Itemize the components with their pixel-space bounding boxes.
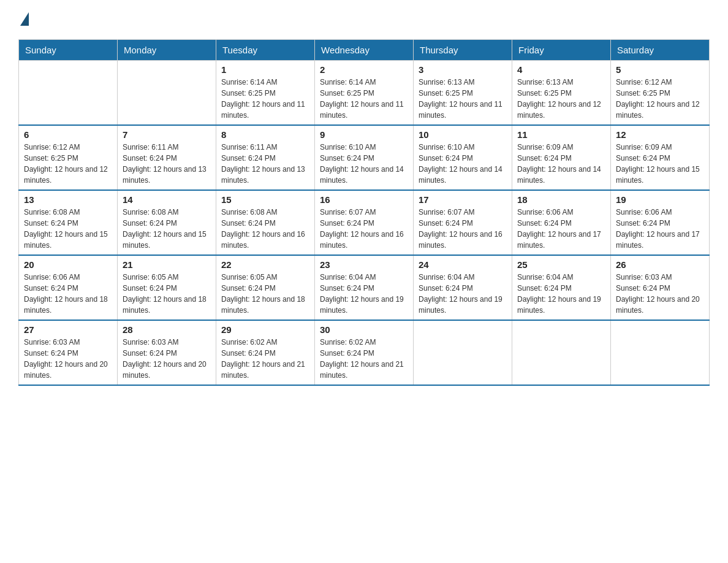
calendar-cell xyxy=(118,61,216,126)
day-info: Sunrise: 6:08 AMSunset: 6:24 PMDaylight:… xyxy=(24,207,112,251)
day-number: 14 xyxy=(123,194,211,205)
day-info: Sunrise: 6:10 AMSunset: 6:24 PMDaylight:… xyxy=(320,142,408,186)
page-header xyxy=(18,12,710,27)
calendar-cell: 11Sunrise: 6:09 AMSunset: 6:24 PMDayligh… xyxy=(512,125,611,190)
day-number: 20 xyxy=(24,259,112,270)
day-info: Sunrise: 6:14 AMSunset: 6:25 PMDaylight:… xyxy=(221,77,309,121)
calendar-cell: 17Sunrise: 6:07 AMSunset: 6:24 PMDayligh… xyxy=(414,190,512,255)
day-info: Sunrise: 6:07 AMSunset: 6:24 PMDaylight:… xyxy=(320,207,408,251)
calendar-cell: 19Sunrise: 6:06 AMSunset: 6:24 PMDayligh… xyxy=(611,190,710,255)
calendar-cell: 15Sunrise: 6:08 AMSunset: 6:24 PMDayligh… xyxy=(216,190,315,255)
calendar-week-row-2: 6Sunrise: 6:12 AMSunset: 6:25 PMDaylight… xyxy=(19,125,710,190)
day-number: 3 xyxy=(419,64,507,75)
day-info: Sunrise: 6:11 AMSunset: 6:24 PMDaylight:… xyxy=(123,142,211,186)
calendar-week-row-3: 13Sunrise: 6:08 AMSunset: 6:24 PMDayligh… xyxy=(19,190,710,255)
weekday-header-row: SundayMondayTuesdayWednesdayThursdayFrid… xyxy=(19,40,710,61)
calendar-cell: 22Sunrise: 6:05 AMSunset: 6:24 PMDayligh… xyxy=(216,255,315,320)
day-info: Sunrise: 6:08 AMSunset: 6:24 PMDaylight:… xyxy=(123,207,211,251)
calendar-cell: 16Sunrise: 6:07 AMSunset: 6:24 PMDayligh… xyxy=(315,190,414,255)
calendar-cell: 2Sunrise: 6:14 AMSunset: 6:25 PMDaylight… xyxy=(315,61,414,126)
day-number: 12 xyxy=(616,129,704,140)
weekday-header-saturday: Saturday xyxy=(611,40,710,61)
day-info: Sunrise: 6:13 AMSunset: 6:25 PMDaylight:… xyxy=(517,77,605,121)
day-number: 18 xyxy=(517,194,605,205)
calendar-week-row-4: 20Sunrise: 6:06 AMSunset: 6:24 PMDayligh… xyxy=(19,255,710,320)
calendar-cell: 6Sunrise: 6:12 AMSunset: 6:25 PMDaylight… xyxy=(19,125,118,190)
calendar-cell: 8Sunrise: 6:11 AMSunset: 6:24 PMDaylight… xyxy=(216,125,315,190)
day-number: 9 xyxy=(320,129,408,140)
calendar-cell: 25Sunrise: 6:04 AMSunset: 6:24 PMDayligh… xyxy=(512,255,611,320)
weekday-header-tuesday: Tuesday xyxy=(216,40,315,61)
day-info: Sunrise: 6:03 AMSunset: 6:24 PMDaylight:… xyxy=(616,272,704,316)
calendar-cell: 24Sunrise: 6:04 AMSunset: 6:24 PMDayligh… xyxy=(414,255,512,320)
day-info: Sunrise: 6:03 AMSunset: 6:24 PMDaylight:… xyxy=(123,337,211,381)
calendar-cell: 14Sunrise: 6:08 AMSunset: 6:24 PMDayligh… xyxy=(118,190,216,255)
calendar-cell: 23Sunrise: 6:04 AMSunset: 6:24 PMDayligh… xyxy=(315,255,414,320)
calendar-week-row-1: 1Sunrise: 6:14 AMSunset: 6:25 PMDaylight… xyxy=(19,61,710,126)
day-number: 27 xyxy=(24,324,112,335)
calendar-cell: 7Sunrise: 6:11 AMSunset: 6:24 PMDaylight… xyxy=(118,125,216,190)
day-info: Sunrise: 6:12 AMSunset: 6:25 PMDaylight:… xyxy=(24,142,112,186)
weekday-header-friday: Friday xyxy=(512,40,611,61)
day-number: 7 xyxy=(123,129,211,140)
calendar-cell: 3Sunrise: 6:13 AMSunset: 6:25 PMDaylight… xyxy=(414,61,512,126)
day-number: 4 xyxy=(517,64,605,75)
day-number: 2 xyxy=(320,64,408,75)
day-number: 23 xyxy=(320,259,408,270)
calendar-cell xyxy=(414,320,512,385)
day-number: 24 xyxy=(419,259,507,270)
day-number: 17 xyxy=(419,194,507,205)
day-number: 28 xyxy=(123,324,211,335)
day-number: 21 xyxy=(123,259,211,270)
day-info: Sunrise: 6:05 AMSunset: 6:24 PMDaylight:… xyxy=(221,272,309,316)
day-info: Sunrise: 6:06 AMSunset: 6:24 PMDaylight:… xyxy=(517,207,605,251)
day-number: 1 xyxy=(221,64,309,75)
day-info: Sunrise: 6:10 AMSunset: 6:24 PMDaylight:… xyxy=(419,142,507,186)
day-info: Sunrise: 6:13 AMSunset: 6:25 PMDaylight:… xyxy=(419,77,507,121)
day-info: Sunrise: 6:06 AMSunset: 6:24 PMDaylight:… xyxy=(24,272,112,316)
calendar-cell: 18Sunrise: 6:06 AMSunset: 6:24 PMDayligh… xyxy=(512,190,611,255)
day-info: Sunrise: 6:07 AMSunset: 6:24 PMDaylight:… xyxy=(419,207,507,251)
day-number: 8 xyxy=(221,129,309,140)
calendar-cell: 30Sunrise: 6:02 AMSunset: 6:24 PMDayligh… xyxy=(315,320,414,385)
day-info: Sunrise: 6:12 AMSunset: 6:25 PMDaylight:… xyxy=(616,77,704,121)
day-number: 30 xyxy=(320,324,408,335)
calendar-cell: 9Sunrise: 6:10 AMSunset: 6:24 PMDaylight… xyxy=(315,125,414,190)
calendar-cell: 13Sunrise: 6:08 AMSunset: 6:24 PMDayligh… xyxy=(19,190,118,255)
calendar-cell xyxy=(19,61,118,126)
day-info: Sunrise: 6:04 AMSunset: 6:24 PMDaylight:… xyxy=(320,272,408,316)
weekday-header-sunday: Sunday xyxy=(19,40,118,61)
day-number: 10 xyxy=(419,129,507,140)
calendar-cell: 21Sunrise: 6:05 AMSunset: 6:24 PMDayligh… xyxy=(118,255,216,320)
day-number: 29 xyxy=(221,324,309,335)
day-info: Sunrise: 6:05 AMSunset: 6:24 PMDaylight:… xyxy=(123,272,211,316)
logo-triangle-icon xyxy=(20,12,29,26)
weekday-header-thursday: Thursday xyxy=(414,40,512,61)
calendar-cell: 27Sunrise: 6:03 AMSunset: 6:24 PMDayligh… xyxy=(19,320,118,385)
weekday-header-wednesday: Wednesday xyxy=(315,40,414,61)
calendar-cell: 12Sunrise: 6:09 AMSunset: 6:24 PMDayligh… xyxy=(611,125,710,190)
day-number: 11 xyxy=(517,129,605,140)
calendar-table: SundayMondayTuesdayWednesdayThursdayFrid… xyxy=(18,39,710,386)
day-info: Sunrise: 6:04 AMSunset: 6:24 PMDaylight:… xyxy=(517,272,605,316)
day-info: Sunrise: 6:14 AMSunset: 6:25 PMDaylight:… xyxy=(320,77,408,121)
day-number: 6 xyxy=(24,129,112,140)
day-info: Sunrise: 6:03 AMSunset: 6:24 PMDaylight:… xyxy=(24,337,112,381)
day-number: 26 xyxy=(616,259,704,270)
day-info: Sunrise: 6:02 AMSunset: 6:24 PMDaylight:… xyxy=(320,337,408,381)
calendar-cell: 4Sunrise: 6:13 AMSunset: 6:25 PMDaylight… xyxy=(512,61,611,126)
calendar-cell xyxy=(611,320,710,385)
day-info: Sunrise: 6:08 AMSunset: 6:24 PMDaylight:… xyxy=(221,207,309,251)
calendar-cell: 1Sunrise: 6:14 AMSunset: 6:25 PMDaylight… xyxy=(216,61,315,126)
calendar-cell: 10Sunrise: 6:10 AMSunset: 6:24 PMDayligh… xyxy=(414,125,512,190)
calendar-cell: 20Sunrise: 6:06 AMSunset: 6:24 PMDayligh… xyxy=(19,255,118,320)
calendar-cell xyxy=(512,320,611,385)
day-info: Sunrise: 6:11 AMSunset: 6:24 PMDaylight:… xyxy=(221,142,309,186)
day-info: Sunrise: 6:06 AMSunset: 6:24 PMDaylight:… xyxy=(616,207,704,251)
day-number: 15 xyxy=(221,194,309,205)
calendar-cell: 28Sunrise: 6:03 AMSunset: 6:24 PMDayligh… xyxy=(118,320,216,385)
weekday-header-monday: Monday xyxy=(118,40,216,61)
day-number: 25 xyxy=(517,259,605,270)
day-number: 13 xyxy=(24,194,112,205)
calendar-week-row-5: 27Sunrise: 6:03 AMSunset: 6:24 PMDayligh… xyxy=(19,320,710,385)
